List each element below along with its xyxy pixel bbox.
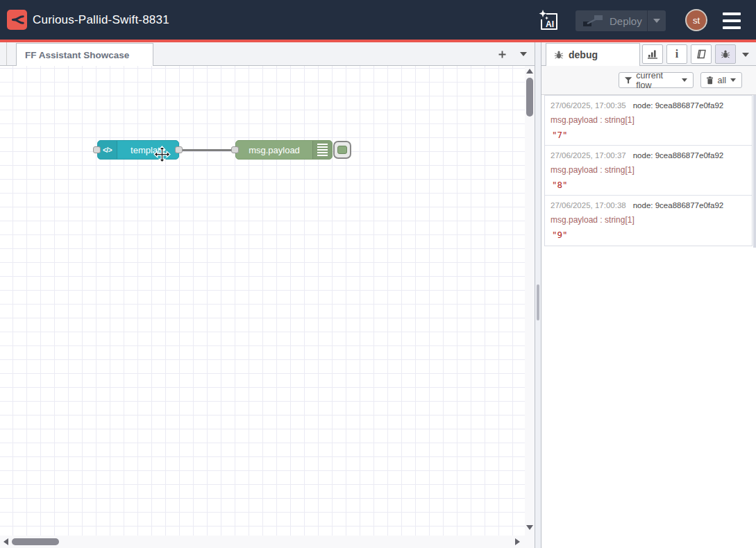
filter-icon bbox=[625, 77, 632, 84]
tab-ff-assistant-showcase[interactable]: FF Assistant Showcase bbox=[16, 43, 153, 66]
debug-message[interactable]: 27/06/2025, 17:00:38node: 9cea886877e0fa… bbox=[545, 196, 752, 246]
node-label: msg.payload bbox=[236, 141, 312, 159]
avatar-initials: st bbox=[693, 15, 700, 26]
bug-icon bbox=[721, 49, 730, 59]
bug-icon bbox=[554, 50, 564, 60]
sidebar-divider bbox=[535, 42, 541, 548]
tabbar-edge-divider bbox=[6, 42, 7, 65]
header: Curious-Pallid-Swift-8831 AI Deploy bbox=[0, 0, 756, 42]
canvas-vertical-scrollbar bbox=[525, 66, 535, 536]
chevron-down-icon bbox=[682, 78, 687, 82]
bar-chart-icon bbox=[647, 49, 658, 59]
menu-bar-icon bbox=[723, 12, 741, 15]
user-avatar[interactable]: st bbox=[685, 9, 707, 31]
vertical-scrollbar-thumb[interactable] bbox=[526, 78, 533, 117]
debug-input-port[interactable] bbox=[231, 146, 239, 153]
message-property: msg.payload : string[1] bbox=[551, 165, 746, 175]
wire-template-to-debug[interactable] bbox=[182, 149, 236, 151]
debug-filter-button[interactable]: current flow bbox=[619, 72, 694, 88]
instance-title: Curious-Pallid-Swift-8831 bbox=[33, 0, 169, 40]
message-timestamp: 27/06/2025, 17:00:37 bbox=[551, 151, 626, 160]
scroll-right-arrow-icon[interactable] bbox=[515, 538, 520, 545]
message-value: "8" bbox=[551, 180, 746, 190]
ai-assistant-button[interactable]: AI bbox=[537, 8, 561, 33]
add-flow-button[interactable] bbox=[494, 46, 510, 62]
debug-message[interactable]: 27/06/2025, 17:00:37node: 9cea886877e0fa… bbox=[545, 146, 752, 196]
template-node-icon-region: </> bbox=[98, 141, 117, 159]
message-node-id: node: 9cea886877e0fa92 bbox=[633, 151, 723, 160]
code-icon: </> bbox=[103, 146, 112, 154]
dashboard-chart-button[interactable] bbox=[642, 44, 663, 64]
main-menu-button[interactable] bbox=[723, 12, 741, 29]
message-node-id: node: 9cea886877e0fa92 bbox=[633, 201, 723, 209]
trash-icon bbox=[707, 76, 713, 85]
template-output-port[interactable] bbox=[175, 146, 183, 153]
debug-message-list: 27/06/2025, 17:00:35node: 9cea886877e0fa… bbox=[544, 95, 753, 246]
scroll-up-arrow-icon[interactable] bbox=[526, 69, 533, 74]
message-node-id: node: 9cea886877e0fa92 bbox=[633, 101, 723, 110]
move-cursor-icon bbox=[153, 146, 171, 163]
node-red-editor: Curious-Pallid-Swift-8831 AI Deploy bbox=[0, 0, 756, 548]
deploy-icon bbox=[582, 15, 603, 27]
flowfuse-logo-icon[interactable] bbox=[7, 10, 27, 30]
deploy-button[interactable]: Deploy bbox=[576, 10, 666, 31]
horizontal-scrollbar-thumb[interactable] bbox=[12, 538, 59, 545]
deploy-options-button[interactable] bbox=[647, 10, 666, 31]
scroll-down-arrow-icon[interactable] bbox=[526, 525, 533, 530]
message-property: msg.payload : string[1] bbox=[551, 115, 746, 125]
chevron-down-icon bbox=[742, 53, 749, 57]
logo-glyph-icon bbox=[10, 12, 24, 27]
sidebar: debug i bbox=[541, 42, 756, 548]
sidebar-scrollbar[interactable] bbox=[753, 95, 756, 248]
debug-node-icon-region bbox=[312, 141, 332, 159]
debug-message[interactable]: 27/06/2025, 17:00:35node: 9cea886877e0fa… bbox=[545, 96, 752, 146]
menu-bar-icon bbox=[723, 19, 741, 22]
debug-panel-button[interactable] bbox=[715, 44, 736, 64]
sidebar-tab-header: debug i bbox=[541, 42, 756, 66]
svg-text:AI: AI bbox=[546, 19, 554, 29]
node-msg-payload[interactable]: msg.payload bbox=[235, 140, 333, 160]
template-input-port[interactable] bbox=[93, 146, 101, 153]
debug-list-icon bbox=[317, 144, 328, 156]
chevron-down-icon bbox=[653, 19, 660, 23]
menu-bar-icon bbox=[723, 26, 741, 29]
message-timestamp: 27/06/2025, 17:00:35 bbox=[551, 101, 626, 110]
canvas-horizontal-scrollbar bbox=[0, 536, 535, 548]
clear-scope-label: all bbox=[717, 76, 726, 85]
debug-clear-button[interactable]: all bbox=[700, 72, 742, 88]
message-meta: 27/06/2025, 17:00:38node: 9cea886877e0fa… bbox=[551, 201, 746, 209]
sidebar-resize-grip[interactable] bbox=[537, 284, 539, 320]
message-value: "7" bbox=[551, 130, 746, 140]
deploy-label: Deploy bbox=[610, 15, 642, 27]
sidebar-tab-label: debug bbox=[569, 49, 598, 60]
filter-label: current flow bbox=[636, 71, 678, 90]
chevron-down-icon bbox=[730, 78, 736, 82]
deploy-button-main[interactable]: Deploy bbox=[576, 10, 647, 31]
book-icon bbox=[696, 49, 707, 59]
message-meta: 27/06/2025, 17:00:35node: 9cea886877e0fa… bbox=[551, 101, 746, 110]
workspace-tabbar: FF Assistant Showcase bbox=[0, 42, 535, 66]
flow-list-button[interactable] bbox=[517, 48, 530, 60]
message-meta: 27/06/2025, 17:00:37node: 9cea886877e0fa… bbox=[551, 151, 746, 160]
message-timestamp: 27/06/2025, 17:00:38 bbox=[551, 201, 626, 209]
chevron-down-icon bbox=[520, 52, 527, 56]
info-panel-button[interactable]: i bbox=[666, 44, 687, 64]
scroll-left-arrow-icon[interactable] bbox=[3, 538, 8, 545]
ai-sparkle-icon: AI bbox=[538, 9, 560, 33]
debug-enable-toggle[interactable] bbox=[333, 141, 351, 159]
flow-canvas[interactable]: </> template msg.payload bbox=[0, 66, 525, 536]
flow-tab-label: FF Assistant Showcase bbox=[25, 50, 129, 60]
plus-icon bbox=[497, 49, 507, 60]
message-value: "9" bbox=[551, 230, 746, 240]
sidebar-options-button[interactable] bbox=[739, 49, 752, 61]
sidebar-tab-debug[interactable]: debug bbox=[546, 43, 640, 66]
help-panel-button[interactable] bbox=[691, 44, 712, 64]
message-property: msg.payload : string[1] bbox=[551, 215, 746, 225]
debug-toggle-indicator bbox=[337, 146, 347, 154]
info-icon: i bbox=[675, 49, 678, 60]
debug-toolbar: current flow all bbox=[541, 66, 756, 95]
